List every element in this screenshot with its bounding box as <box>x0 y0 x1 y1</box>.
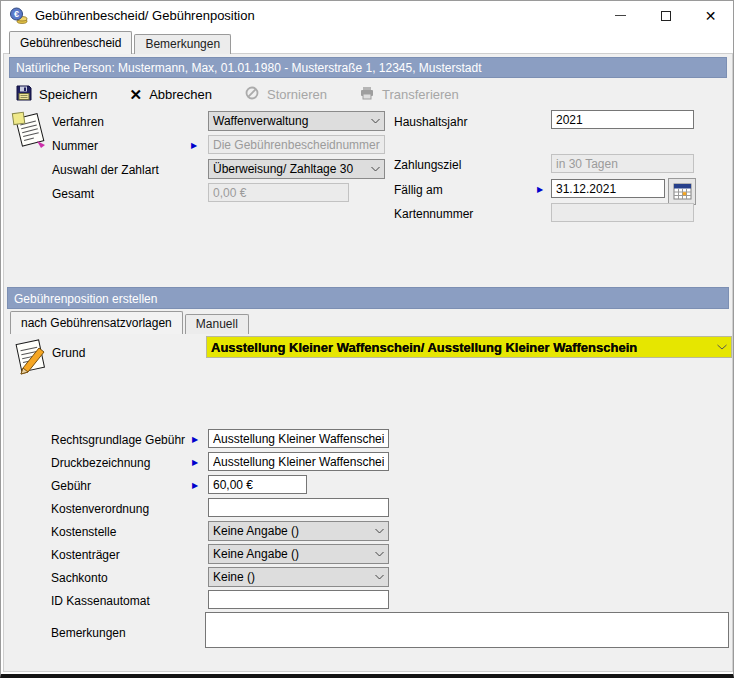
maximize-icon <box>661 11 671 21</box>
transfer-label: Transferieren <box>382 87 459 102</box>
faellig-am-input[interactable] <box>551 179 665 198</box>
dialog-window: € Gebührenbescheid/ Gebührenposition ✕ G… <box>0 0 734 678</box>
calendar-button[interactable] <box>668 178 696 205</box>
close-icon: ✕ <box>705 9 717 23</box>
cancel-button[interactable]: ✕ Abbrechen <box>126 85 216 104</box>
kostentraeger-label: Kostenträger <box>51 548 120 562</box>
fee-coins-icon: € <box>10 7 28 25</box>
main-tabstrip: Gebührenbescheid Bemerkungen <box>9 31 231 54</box>
nummer-input <box>208 135 385 154</box>
tab-page: Natürliche Person: Mustermann, Max, 01.0… <box>3 53 733 672</box>
toolbar: Speichern ✕ Abbrechen Stornieren <box>12 82 487 106</box>
tab-gebuehrenbescheid[interactable]: Gebührenbescheid <box>9 31 132 54</box>
kostenverordnung-input[interactable] <box>208 498 389 517</box>
minimize-icon <box>615 15 626 16</box>
transfer-button: Transferieren <box>355 83 463 106</box>
calendar-icon <box>673 183 692 200</box>
gesamt-label: Gesamt <box>52 187 94 201</box>
maximize-button[interactable] <box>643 1 688 30</box>
title-bar: € Gebührenbescheid/ Gebührenposition ✕ <box>1 1 733 30</box>
sachkonto-value: Keine () <box>213 570 371 584</box>
verfahren-value: Waffenverwaltung <box>213 114 367 128</box>
grund-label: Grund <box>52 346 85 360</box>
zahlart-label: Auswahl der Zahlart <box>52 163 159 177</box>
grund-value: Ausstellung Kleiner Waffenschein/ Ausste… <box>211 340 713 355</box>
druckbezeichnung-label: Druckbezeichnung <box>51 456 150 470</box>
storno-button: Stornieren <box>240 83 331 106</box>
required-arrow-icon: ▶ <box>192 435 198 444</box>
required-arrow-icon: ▶ <box>191 141 197 150</box>
chevron-down-icon <box>717 344 727 350</box>
zahlart-dropdown[interactable]: Überweisung/ Zahltage 30 <box>208 159 385 179</box>
printer-icon <box>359 85 375 104</box>
cancel-label: Abbrechen <box>149 87 212 102</box>
kostentraeger-value: Keine Angabe () <box>213 547 371 561</box>
storno-icon <box>244 85 260 104</box>
window-title: Gebührenbescheid/ Gebührenposition <box>35 8 255 23</box>
save-label: Speichern <box>39 87 98 102</box>
kostenstelle-value: Keine Angabe () <box>213 524 371 538</box>
kostentraeger-dropdown[interactable]: Keine Angabe () <box>208 544 389 564</box>
required-arrow-icon: ▶ <box>537 185 543 194</box>
id-kassenautomat-input[interactable] <box>208 590 389 609</box>
kartennummer-label: Kartennummer <box>394 207 473 221</box>
position-section-header: Gebührenposition erstellen <box>7 287 729 309</box>
floppy-icon <box>16 85 32 104</box>
sachkonto-label: Sachkonto <box>51 571 108 585</box>
verfahren-dropdown[interactable]: Waffenverwaltung <box>208 111 385 131</box>
zahlungsziel-label: Zahlungsziel <box>394 158 461 172</box>
required-arrow-icon: ▶ <box>192 481 198 490</box>
tab-manuell[interactable]: Manuell <box>185 314 249 334</box>
zahlart-value: Überweisung/ Zahltage 30 <box>213 162 367 176</box>
haushaltsjahr-input[interactable] <box>551 110 694 129</box>
nummer-label: Nummer <box>52 139 98 153</box>
required-arrow-icon: ▶ <box>192 458 198 467</box>
memo-note-icon <box>10 110 48 152</box>
bemerkungen-label: Bemerkungen <box>51 626 126 640</box>
cancel-x-icon: ✕ <box>130 87 143 102</box>
kostenstelle-label: Kostenstelle <box>51 525 116 539</box>
close-button[interactable]: ✕ <box>688 1 733 30</box>
chevron-down-icon <box>371 118 380 124</box>
kostenstelle-dropdown[interactable]: Keine Angabe () <box>208 521 389 541</box>
gebuehr-input[interactable] <box>208 475 307 494</box>
chevron-down-icon <box>371 166 380 172</box>
haushaltsjahr-label: Haushaltsjahr <box>394 115 467 129</box>
tab-bemerkungen[interactable]: Bemerkungen <box>134 34 231 54</box>
sachkonto-dropdown[interactable]: Keine () <box>208 567 389 587</box>
tab-nach-vorlagen[interactable]: nach Gebührensatzvorlagen <box>10 311 183 334</box>
rechtsgrundlage-input[interactable] <box>208 429 389 448</box>
kostenverordnung-label: Kostenverordnung <box>51 502 149 516</box>
grund-dropdown[interactable]: Ausstellung Kleiner Waffenschein/ Ausste… <box>206 336 732 358</box>
druckbezeichnung-input[interactable] <box>208 452 389 471</box>
memo-pencil-icon <box>11 336 49 378</box>
chevron-down-icon <box>375 528 384 534</box>
gebuehr-label: Gebühr <box>51 479 91 493</box>
save-button[interactable]: Speichern <box>12 83 102 106</box>
gesamt-input <box>208 183 349 202</box>
position-tabstrip: nach Gebührensatzvorlagen Manuell <box>10 311 249 334</box>
verfahren-label: Verfahren <box>52 115 104 129</box>
svg-text:€: € <box>14 9 19 19</box>
chevron-down-icon <box>375 574 384 580</box>
minimize-button[interactable] <box>598 1 643 30</box>
storno-label: Stornieren <box>267 87 327 102</box>
rechtsgrundlage-label: Rechtsgrundlage Gebühr <box>51 433 185 447</box>
id-kassenautomat-label: ID Kassenautomat <box>51 594 150 608</box>
chevron-down-icon <box>375 551 384 557</box>
kartennummer-input <box>551 203 694 222</box>
faellig-am-label: Fällig am <box>394 183 443 197</box>
bemerkungen-textarea[interactable] <box>205 612 729 648</box>
zahlungsziel-input <box>551 154 694 173</box>
person-header-bar: Natürliche Person: Mustermann, Max, 01.0… <box>9 57 727 78</box>
